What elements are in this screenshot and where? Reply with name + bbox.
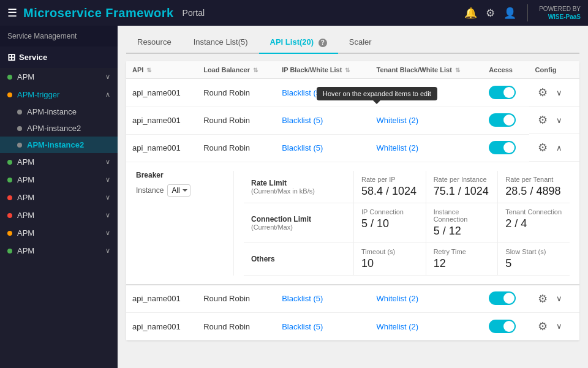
toggle-switch[interactable] bbox=[489, 113, 516, 127]
collapse-button[interactable]: ∧ bbox=[552, 142, 566, 154]
gear-button[interactable]: ⚙ bbox=[535, 112, 550, 128]
sidebar-item-apm-instance[interactable]: APM-instance bbox=[0, 103, 118, 120]
ip-bw-list[interactable]: Blacklist (5) bbox=[276, 134, 370, 162]
whitelist-link[interactable]: Whitelist (2) bbox=[377, 116, 419, 125]
expand-button[interactable]: ∨ bbox=[552, 320, 566, 332]
access-toggle[interactable] bbox=[483, 313, 529, 340]
ip-connection-cell: IP Connection 5 / 10 bbox=[354, 203, 426, 242]
sidebar-item-apm6[interactable]: APM ∨ bbox=[0, 224, 118, 242]
sidebar-item-apm7[interactable]: APM ∨ bbox=[0, 242, 118, 260]
bell-icon[interactable]: 🔔 bbox=[464, 7, 477, 20]
chevron-down-icon: ∨ bbox=[105, 229, 110, 237]
portal-label: Portal bbox=[183, 8, 205, 18]
blacklist-link[interactable]: Blacklist (5) bbox=[282, 294, 323, 303]
access-toggle[interactable] bbox=[483, 79, 529, 107]
sidebar-item-apm5[interactable]: APM ∨ bbox=[0, 206, 118, 224]
load-balancer: Round Robin bbox=[197, 107, 276, 134]
sidebar-item-apm2[interactable]: APM ∨ bbox=[0, 153, 118, 171]
config-cell: ⚙ ∨ bbox=[529, 313, 579, 340]
toggle-switch[interactable] bbox=[489, 320, 516, 333]
chevron-up-icon: ∧ bbox=[105, 91, 110, 99]
col-access: Access bbox=[483, 61, 529, 79]
instance-select[interactable]: All bbox=[167, 184, 190, 197]
gear-button[interactable]: ⚙ bbox=[535, 291, 550, 307]
tab-scaler[interactable]: Scaler bbox=[338, 32, 383, 54]
ip-bw-list[interactable]: Blacklist (5) bbox=[276, 285, 370, 313]
others-row: Others Timeout (s) 10 Re bbox=[244, 243, 570, 276]
whitelist-link[interactable]: Whitelist (2) bbox=[377, 143, 419, 152]
settings-icon[interactable]: ⚙ bbox=[486, 7, 495, 20]
hamburger-menu[interactable]: ☰ bbox=[7, 6, 17, 20]
whitelist-link[interactable]: Whitelist (2) bbox=[377, 322, 419, 331]
gear-button[interactable]: ⚙ bbox=[535, 140, 550, 156]
blacklist-link[interactable]: Blacklist (5) bbox=[282, 116, 323, 125]
load-balancer: Round Robin bbox=[197, 134, 276, 162]
sidebar-item-apm3[interactable]: APM ∨ bbox=[0, 171, 118, 189]
instance-row: Instance All bbox=[136, 184, 224, 197]
load-balancer: Round Robin bbox=[197, 285, 276, 313]
tenant-bw-list[interactable]: Whitelist (2) bbox=[371, 285, 483, 313]
chevron-down-icon: ∨ bbox=[105, 211, 110, 219]
expand-button[interactable]: ∨ bbox=[552, 115, 566, 126]
timeout-cell: Timeout (s) 10 bbox=[354, 243, 426, 275]
tenant-bw-list[interactable]: Whitelist (2) bbox=[371, 313, 483, 340]
toggle-switch[interactable] bbox=[489, 141, 516, 154]
toggle-knob bbox=[503, 293, 514, 304]
expand-button[interactable]: ∨ bbox=[552, 87, 566, 99]
rate-limit-cells: Rate per IP 58.4 / 1024 Rate per Instanc… bbox=[354, 171, 570, 203]
sidebar-item-label: APM-instance2 bbox=[27, 140, 84, 149]
breaker-panel: Breaker Instance All bbox=[136, 171, 234, 276]
config-cell: ⚙ ∧ bbox=[529, 134, 579, 162]
rate-per-tenant-cell: Rate per Tenant 28.5 / 4898 bbox=[498, 171, 570, 203]
tab-resource[interactable]: Resource bbox=[126, 32, 183, 54]
instance-label: Instance bbox=[136, 186, 164, 195]
tenant-bw-list[interactable]: Whitelist (2) bbox=[371, 134, 483, 162]
tenant-bw-list[interactable]: Whitelist (2) bbox=[371, 107, 483, 134]
api-name: api_name001 bbox=[126, 313, 197, 340]
toggle-switch[interactable] bbox=[489, 86, 516, 99]
tenant-connection-cell: Tenant Connection 2 / 4 bbox=[498, 203, 570, 242]
sidebar-item-apm-instance2a[interactable]: APM-instance2 bbox=[0, 120, 118, 137]
toggle-switch[interactable] bbox=[489, 291, 516, 305]
access-toggle[interactable] bbox=[483, 285, 529, 313]
service-header: ⊞ Service bbox=[0, 47, 118, 68]
sidebar-item-apm1[interactable]: APM ∨ bbox=[0, 68, 118, 86]
blacklist-link[interactable]: Blacklist (5) bbox=[282, 322, 323, 331]
gear-button[interactable]: ⚙ bbox=[535, 84, 550, 100]
help-icon[interactable]: ? bbox=[318, 39, 327, 47]
expand-button[interactable]: ∨ bbox=[552, 293, 566, 304]
status-dot bbox=[7, 178, 12, 182]
sidebar-item-label: APM bbox=[17, 211, 105, 220]
table-row-expanded-header: api_name001 Round Robin Blacklist (5) Wh… bbox=[126, 134, 579, 162]
table-row: api_name001 Round Robin Blacklist (5) Wh… bbox=[126, 313, 579, 340]
chevron-down-icon: ∨ bbox=[105, 247, 110, 255]
user-icon[interactable]: 👤 bbox=[503, 7, 516, 20]
sidebar-item-apm4[interactable]: APM ∨ bbox=[0, 189, 118, 206]
whitelist-link[interactable]: Whitelist (2) bbox=[377, 294, 419, 303]
tab-instance-list[interactable]: Instance List(5) bbox=[183, 32, 259, 54]
sidebar-section-title: Service Management bbox=[0, 26, 118, 47]
gear-button[interactable]: ⚙ bbox=[535, 318, 550, 334]
connection-limit-row: Connection Limit (Current/Max) IP Connec… bbox=[244, 203, 570, 243]
rate-per-ip-cell: Rate per IP 58.4 / 1024 bbox=[354, 171, 426, 203]
access-toggle[interactable] bbox=[483, 107, 529, 134]
sidebar-item-apm-trigger[interactable]: APM-trigger ∧ bbox=[0, 86, 118, 103]
stats-section: Rate Limit (Current/Max in kB/s) Rate pe… bbox=[244, 171, 570, 276]
status-dot bbox=[7, 213, 12, 218]
sort-icon: ⇅ bbox=[253, 67, 258, 73]
status-dot bbox=[7, 231, 12, 236]
tab-api-list[interactable]: API List(20) ? bbox=[259, 32, 338, 54]
access-toggle[interactable] bbox=[483, 134, 529, 162]
connection-limit-cells: IP Connection 5 / 10 Instance Connection… bbox=[354, 203, 570, 242]
blacklist-link[interactable]: Blacklist (5) bbox=[282, 143, 323, 152]
toggle-knob bbox=[503, 142, 514, 153]
ip-bw-list[interactable]: Blacklist (5) bbox=[276, 313, 370, 340]
slow-start-cell: Slow Start (s) 5 bbox=[498, 243, 570, 275]
table-row: api_name001 Round Robin Blacklist (5) Wh… bbox=[126, 285, 579, 313]
sort-icon: ⇅ bbox=[146, 67, 151, 73]
grid-icon: ⊞ bbox=[7, 51, 15, 63]
ip-bw-list[interactable]: Blacklist (5) bbox=[276, 107, 370, 134]
status-dot bbox=[7, 75, 12, 80]
toggle-knob bbox=[503, 87, 514, 98]
sidebar-item-apm-instance2b[interactable]: APM-instance2 bbox=[0, 137, 118, 153]
